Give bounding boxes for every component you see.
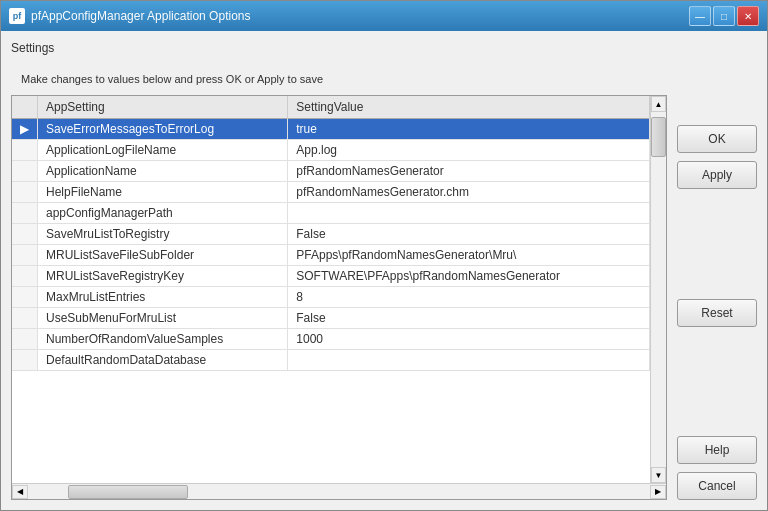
row-settingvalue: 8	[288, 287, 650, 308]
title-bar: pf pfAppConfigManager Application Option…	[1, 1, 767, 31]
minimize-button[interactable]: —	[689, 6, 711, 26]
apply-button[interactable]: Apply	[677, 161, 757, 189]
row-appsetting: DefaultRandomDataDatabase	[38, 350, 288, 371]
table-row[interactable]: HelpFileNamepfRandomNamesGenerator.chm	[12, 182, 650, 203]
row-settingvalue: App.log	[288, 140, 650, 161]
row-appsetting: UseSubMenuForMruList	[38, 308, 288, 329]
row-appsetting: ApplicationLogFileName	[38, 140, 288, 161]
row-indicator	[12, 266, 38, 287]
col-indicator	[12, 96, 38, 119]
h-scrollbar-thumb[interactable]	[68, 485, 188, 499]
row-settingvalue	[288, 203, 650, 224]
table-row[interactable]: appConfigManagerPath	[12, 203, 650, 224]
table-row[interactable]: ▶SaveErrorMessagesToErrorLogtrue	[12, 119, 650, 140]
vertical-scrollbar[interactable]: ▲ ▼	[650, 96, 666, 483]
table-wrapper[interactable]: AppSetting SettingValue ▶SaveErrorMessag…	[12, 96, 650, 483]
row-appsetting: ApplicationName	[38, 161, 288, 182]
row-appsetting: appConfigManagerPath	[38, 203, 288, 224]
row-indicator: ▶	[12, 119, 38, 140]
row-indicator	[12, 224, 38, 245]
instruction-text: Make changes to values below and press O…	[21, 73, 757, 85]
window-title: pfAppConfigManager Application Options	[31, 9, 250, 23]
row-indicator	[12, 308, 38, 329]
title-bar-buttons: — □ ✕	[689, 6, 759, 26]
table-row[interactable]: MRUListSaveRegistryKeySOFTWARE\PFApps\pf…	[12, 266, 650, 287]
row-indicator	[12, 182, 38, 203]
row-indicator	[12, 287, 38, 308]
table-row[interactable]: NumberOfRandomValueSamples1000	[12, 329, 650, 350]
row-indicator	[12, 329, 38, 350]
table-row[interactable]: ApplicationLogFileNameApp.log	[12, 140, 650, 161]
row-appsetting: SaveErrorMessagesToErrorLog	[38, 119, 288, 140]
row-appsetting: NumberOfRandomValueSamples	[38, 329, 288, 350]
row-settingvalue: pfRandomNamesGenerator	[288, 161, 650, 182]
row-indicator	[12, 203, 38, 224]
row-indicator	[12, 245, 38, 266]
ok-button[interactable]: OK	[677, 125, 757, 153]
spacer	[677, 197, 757, 291]
scroll-thumb-area	[651, 112, 666, 467]
col-settingvalue: SettingValue	[288, 96, 650, 119]
table-row[interactable]: MRUListSaveFileSubFolderPFApps\pfRandomN…	[12, 245, 650, 266]
settings-group-label: Settings	[11, 41, 757, 55]
row-settingvalue: False	[288, 308, 650, 329]
cancel-button[interactable]: Cancel	[677, 472, 757, 500]
scroll-left-arrow[interactable]: ◀	[12, 485, 28, 499]
main-area: AppSetting SettingValue ▶SaveErrorMessag…	[11, 95, 757, 500]
app-icon: pf	[9, 8, 25, 24]
table-row[interactable]: SaveMruListToRegistryFalse	[12, 224, 650, 245]
scroll-up-arrow[interactable]: ▲	[651, 96, 666, 112]
table-body: ▶SaveErrorMessagesToErrorLogtrueApplicat…	[12, 119, 650, 371]
row-settingvalue: False	[288, 224, 650, 245]
settings-table-container: AppSetting SettingValue ▶SaveErrorMessag…	[11, 95, 667, 500]
row-appsetting: HelpFileName	[38, 182, 288, 203]
close-button[interactable]: ✕	[737, 6, 759, 26]
settings-table: AppSetting SettingValue ▶SaveErrorMessag…	[12, 96, 650, 371]
table-row[interactable]: MaxMruListEntries8	[12, 287, 650, 308]
window-content: Settings Make changes to values below an…	[1, 31, 767, 510]
row-settingvalue: SOFTWARE\PFApps\pfRandomNamesGenerator	[288, 266, 650, 287]
row-settingvalue: pfRandomNamesGenerator.chm	[288, 182, 650, 203]
row-appsetting: SaveMruListToRegistry	[38, 224, 288, 245]
scroll-thumb[interactable]	[651, 117, 666, 157]
row-indicator	[12, 161, 38, 182]
spacer2	[677, 335, 757, 429]
help-button[interactable]: Help	[677, 436, 757, 464]
row-settingvalue: PFApps\pfRandomNamesGenerator\Mru\	[288, 245, 650, 266]
row-appsetting: MRUListSaveRegistryKey	[38, 266, 288, 287]
maximize-button[interactable]: □	[713, 6, 735, 26]
table-row[interactable]: ApplicationNamepfRandomNamesGenerator	[12, 161, 650, 182]
table-row[interactable]: DefaultRandomDataDatabase	[12, 350, 650, 371]
col-appsetting: AppSetting	[38, 96, 288, 119]
table-row[interactable]: UseSubMenuForMruListFalse	[12, 308, 650, 329]
row-settingvalue: true	[288, 119, 650, 140]
row-indicator	[12, 350, 38, 371]
horizontal-scrollbar[interactable]: ◀ ▶	[12, 483, 666, 499]
scroll-right-arrow[interactable]: ▶	[650, 485, 666, 499]
table-header-row: AppSetting SettingValue	[12, 96, 650, 119]
h-scrollbar-track	[28, 485, 650, 499]
buttons-panel: OK Apply Reset Help Cancel	[677, 95, 757, 500]
row-indicator	[12, 140, 38, 161]
reset-button[interactable]: Reset	[677, 299, 757, 327]
row-appsetting: MRUListSaveFileSubFolder	[38, 245, 288, 266]
scroll-down-arrow[interactable]: ▼	[651, 467, 666, 483]
row-appsetting: MaxMruListEntries	[38, 287, 288, 308]
title-bar-left: pf pfAppConfigManager Application Option…	[9, 8, 250, 24]
row-settingvalue	[288, 350, 650, 371]
row-settingvalue: 1000	[288, 329, 650, 350]
main-window: pf pfAppConfigManager Application Option…	[0, 0, 768, 511]
